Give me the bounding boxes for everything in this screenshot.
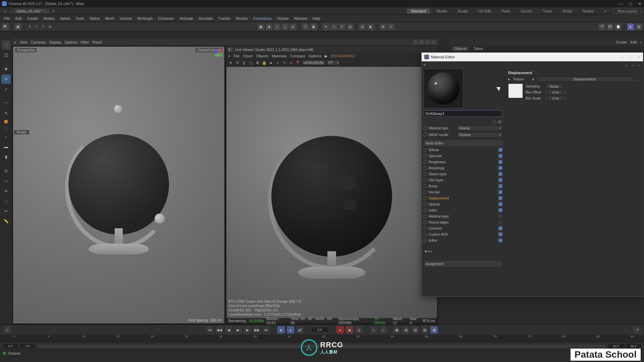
obj-edit[interactable]: Edit	[630, 40, 637, 44]
vp-hamburger-icon[interactable]: ≡	[14, 40, 16, 44]
history-icon[interactable]: ▦	[14, 23, 21, 30]
menu-character[interactable]: Character	[156, 16, 176, 21]
vp-menu-filter[interactable]: Filter	[81, 40, 89, 44]
primitive-cylinder-icon[interactable]: ▯	[274, 23, 280, 30]
primitive-sphere-icon[interactable]: ◑	[266, 23, 272, 30]
keymode-icon[interactable]: ▲	[287, 326, 294, 334]
range-start2-input[interactable]: 0 F	[20, 344, 36, 349]
axis-gizmo-icon[interactable]	[214, 49, 222, 57]
lv-mode-select[interactable]: PT	[327, 60, 340, 65]
key-pos-icon[interactable]: ◇	[370, 326, 377, 334]
menu-window[interactable]: Window	[292, 16, 309, 21]
obj-more-icon[interactable]: ›	[640, 40, 641, 44]
prev-key-icon[interactable]: ◀◀	[216, 326, 223, 334]
material-editor-window[interactable]: Material Editor — ▢ ✕ ≡ ↗ Material type	[421, 52, 643, 297]
lv-pick-icon[interactable]: +	[275, 60, 280, 65]
keyframe-icon[interactable]	[423, 126, 428, 130]
lv-send-icon[interactable]: ☀	[228, 60, 233, 65]
scale-tool-icon[interactable]: ⤢	[1, 84, 11, 94]
primitive-torus-icon[interactable]: ◎	[290, 23, 297, 30]
texture-swatch[interactable]	[508, 83, 523, 98]
blur-scale-input[interactable]: 0 %	[548, 96, 563, 101]
lv-pause-icon[interactable]: ‖	[241, 60, 247, 65]
tab-takes[interactable]: Takes	[471, 46, 486, 51]
lv-pin-icon[interactable]: 📍	[295, 60, 301, 65]
axis-world-icon[interactable]: ⊞	[47, 24, 53, 29]
mode-poly-icon[interactable]: ▮	[1, 152, 11, 162]
manager-icon[interactable]: ▤	[635, 23, 642, 30]
vp-menu-cameras[interactable]: Cameras	[31, 40, 46, 44]
tool-d-icon[interactable]: ⊞	[347, 23, 354, 30]
lv-clip-icon[interactable]: ◇	[288, 60, 294, 65]
lv-menu-file[interactable]: File	[233, 54, 239, 58]
axis-y[interactable]: Y	[34, 24, 40, 29]
lv-refresh-icon[interactable]: ⟳	[235, 60, 240, 65]
vp-menu-display[interactable]: Display	[49, 40, 61, 44]
channel-index[interactable]: Index✓	[424, 207, 502, 213]
menu-help[interactable]: Help	[311, 16, 322, 21]
channel-roundedges[interactable]: Round edges✓	[424, 219, 502, 225]
render-preview-icon[interactable]: ◉	[367, 23, 374, 30]
snap2-icon[interactable]: ▣	[310, 23, 317, 30]
new-layout-button[interactable]: New Layout	[613, 8, 641, 14]
material-preview[interactable]	[424, 69, 463, 108]
menu-edit[interactable]: Edit	[13, 16, 24, 21]
graph-toggle-icon[interactable]: ↗	[633, 326, 641, 334]
render-image-icon[interactable]: 🎬	[599, 23, 605, 30]
mode-point-icon[interactable]: ▫	[1, 132, 11, 141]
channel-matlayer[interactable]: Material layer✓	[424, 213, 502, 219]
material-name-input[interactable]	[424, 110, 502, 117]
paint-tool-icon[interactable]: ✎	[1, 109, 11, 118]
lv-menu-cloud[interactable]: Cloud	[243, 54, 253, 58]
soft-sel-icon[interactable]: ◌	[1, 196, 11, 206]
layout-uvedit[interactable]: UV Edit	[474, 8, 495, 14]
menu-render[interactable]: Render	[234, 16, 250, 21]
primitive-cone-icon[interactable]: △	[282, 23, 288, 30]
channel-opacity[interactable]: Opacity✓	[424, 201, 502, 207]
tab-objects[interactable]: Objects	[451, 46, 469, 51]
menu-extensions[interactable]: Extensions	[251, 16, 273, 21]
mat-fwd-icon[interactable]: →	[632, 63, 635, 69]
layout-script[interactable]: Script	[559, 8, 576, 14]
channel-bump[interactable]: Bump✓	[424, 183, 502, 189]
channel-sheen[interactable]: Sheen layer✓	[424, 171, 502, 177]
axis-x[interactable]: X	[27, 24, 33, 29]
menu-modes[interactable]: Modes	[42, 16, 57, 21]
tool-b-icon[interactable]: ✧	[331, 23, 337, 30]
channel-specular[interactable]: Specular✓	[424, 153, 502, 159]
document-tab[interactable]: Globe_01.c4d * ×	[13, 8, 50, 14]
channel-anisotropy[interactable]: Anisotropy✓	[424, 165, 502, 171]
channel-film[interactable]: Film layer✓	[424, 177, 502, 183]
tool-c-icon[interactable]: #	[339, 23, 345, 30]
menu-create[interactable]: Create	[25, 16, 40, 21]
keyframe-icon[interactable]	[423, 132, 428, 137]
measure-icon[interactable]: 📏	[1, 217, 11, 226]
next-key-icon[interactable]: ▶▶	[253, 326, 261, 334]
vp-menu-options[interactable]: Options	[65, 40, 77, 44]
lv-menu-options[interactable]: Options	[309, 54, 321, 58]
workplane-icon[interactable]: ▱	[1, 176, 11, 186]
menu-volume[interactable]: Volume	[118, 16, 134, 21]
mat-minimize-icon[interactable]: —	[621, 55, 625, 59]
layout-model[interactable]: Model	[433, 8, 451, 14]
filter-a-icon[interactable]: ▦	[393, 326, 400, 334]
swatch-b[interactable]	[4, 127, 8, 130]
lv-colorspace-select[interactable]: HDR/sRGB	[302, 60, 325, 65]
mat-dropdown-icon[interactable]	[492, 120, 496, 124]
menu-tracker[interactable]: Tracker	[216, 16, 233, 21]
menu-select[interactable]: Select	[58, 16, 72, 21]
channel-diffuse[interactable]: Diffuse✓	[424, 147, 502, 153]
assignment-header[interactable]: Assignment	[424, 261, 502, 267]
channel-editor[interactable]: Editor✓	[424, 237, 502, 243]
axis-z[interactable]: Z	[40, 24, 46, 29]
sampling-select[interactable]: None	[546, 84, 562, 88]
channel-roughness[interactable]: Roughness✓	[424, 159, 502, 165]
channel-customaov[interactable]: Custom AOV✓	[424, 231, 502, 237]
select-tool-icon[interactable]: ⬚	[1, 40, 11, 50]
menu-spline[interactable]: Spline	[88, 16, 102, 21]
menu-mograph[interactable]: MoGraph	[135, 16, 155, 21]
range-start-input[interactable]: 0 F	[3, 344, 18, 349]
lv-menu-materials[interactable]: Materials	[272, 54, 287, 58]
texture-more-icon[interactable]: …	[635, 77, 640, 81]
blur-offset-input[interactable]: 0 %	[548, 90, 563, 95]
